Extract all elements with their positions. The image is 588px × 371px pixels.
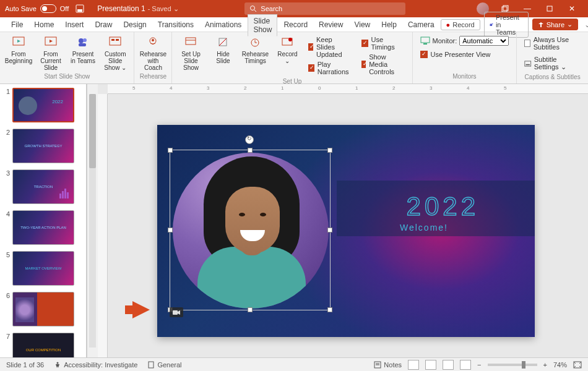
keep-updated-checkbox[interactable]: Keep Slides Updated bbox=[308, 36, 351, 58]
slideshow-view-button[interactable] bbox=[460, 360, 471, 370]
resize-handle-w[interactable] bbox=[168, 228, 173, 232]
svg-line-3 bbox=[254, 10, 256, 12]
resize-handle-nw[interactable] bbox=[168, 148, 173, 153]
doc-icon bbox=[147, 361, 155, 369]
svg-rect-14 bbox=[110, 37, 121, 45]
rotate-handle[interactable] bbox=[245, 135, 254, 144]
thumbnail-7[interactable]: 7OUR COMPETITION bbox=[2, 333, 84, 357]
collapse-ribbon-icon[interactable]: ⌄ bbox=[582, 20, 588, 29]
camera-badge[interactable] bbox=[170, 307, 183, 317]
rehearse-coach-button[interactable]: Rehearse with Coach bbox=[139, 35, 166, 71]
fit-to-window-button[interactable] bbox=[573, 361, 582, 369]
thumbnail-scrollbar[interactable] bbox=[87, 84, 98, 357]
vertical-ruler bbox=[98, 94, 108, 357]
horizontal-ruler: 5 4 3 2 1 0 1 2 3 4 5 bbox=[108, 84, 588, 94]
slide-thumbnails-panel[interactable]: 12022 2GROWTH STRATEGY 3TRACTION 4TWO-YE… bbox=[0, 84, 87, 357]
svg-point-27 bbox=[288, 38, 292, 41]
tab-camera[interactable]: Camera bbox=[403, 19, 439, 31]
reading-view-button[interactable] bbox=[443, 360, 454, 370]
tab-animations[interactable]: Animations bbox=[200, 19, 246, 31]
media-controls-checkbox[interactable]: Show Media Controls bbox=[361, 53, 405, 75]
normal-view-button[interactable] bbox=[408, 360, 419, 370]
custom-show-button[interactable]: Custom Slide Show ⌄ bbox=[102, 35, 129, 71]
slide[interactable]: 2022 Welcome! bbox=[157, 125, 535, 337]
svg-rect-16 bbox=[116, 39, 119, 41]
always-subtitles-checkbox[interactable]: Always Use Subtitles bbox=[524, 36, 581, 51]
camera-feed[interactable] bbox=[173, 153, 329, 309]
person-image bbox=[173, 153, 329, 309]
autosave-toggle[interactable]: Auto Save Off bbox=[5, 4, 69, 13]
record-icon bbox=[280, 35, 295, 49]
thumbnail-2[interactable]: 2GROWTH STRATEGY bbox=[2, 129, 84, 163]
group-captions: Always Use Subtitles Subtitle Settings ⌄… bbox=[517, 32, 588, 83]
accessibility-status[interactable]: Accessibility: Investigate bbox=[54, 361, 137, 369]
year-text[interactable]: 2022 bbox=[407, 192, 479, 221]
zoom-thumb[interactable] bbox=[522, 361, 525, 369]
thumbnail-6[interactable]: 6 bbox=[2, 292, 84, 326]
setup-show-button[interactable]: Set Up Slide Show bbox=[177, 35, 204, 71]
tab-view[interactable]: View bbox=[349, 19, 375, 31]
thumbnail-4[interactable]: 4TWO-YEAR ACTION PLAN bbox=[2, 210, 84, 245]
record-button[interactable]: ●Record bbox=[441, 19, 480, 30]
slide-counter[interactable]: Slide 1 of 36 bbox=[6, 361, 44, 369]
resize-handle-e[interactable] bbox=[327, 228, 332, 232]
sorter-view-button[interactable] bbox=[425, 360, 436, 370]
camera-object-selection[interactable] bbox=[170, 150, 331, 310]
search-placeholder: Search bbox=[261, 5, 282, 12]
tab-file[interactable]: File bbox=[6, 19, 28, 31]
save-icon[interactable] bbox=[75, 4, 85, 14]
present-teams-button[interactable]: Present in Teams bbox=[69, 35, 97, 64]
zoom-percent[interactable]: 74% bbox=[553, 361, 567, 369]
use-timings-checkbox[interactable]: Use Timings bbox=[361, 36, 405, 51]
from-beginning-button[interactable]: From Beginning bbox=[5, 35, 32, 64]
welcome-text[interactable]: Welcome! bbox=[400, 223, 448, 232]
search-input[interactable]: Search bbox=[244, 2, 405, 15]
scrollbar-handle[interactable] bbox=[89, 94, 96, 168]
group-setup: Set Up Slide Show Hide Slide Rehearse Ti… bbox=[172, 32, 412, 83]
monitor-select[interactable]: Automatic bbox=[459, 36, 509, 46]
tab-review[interactable]: Review bbox=[314, 19, 348, 31]
monitor-selector[interactable]: Monitor: Automatic bbox=[420, 36, 509, 46]
tab-help[interactable]: Help bbox=[376, 19, 402, 31]
zoom-in-button[interactable]: + bbox=[543, 361, 547, 369]
ribbon: From Beginning From Current Slide Presen… bbox=[0, 32, 588, 84]
zoom-slider[interactable] bbox=[488, 364, 537, 366]
presenter-view-checkbox[interactable]: Use Presenter View bbox=[420, 51, 509, 58]
play-current-icon bbox=[43, 35, 58, 49]
save-status[interactable]: - Saved ⌄ bbox=[148, 5, 179, 13]
thumbnail-1[interactable]: 12022 bbox=[2, 88, 84, 122]
notes-button[interactable]: Notes bbox=[374, 361, 402, 369]
svg-rect-1 bbox=[77, 9, 82, 12]
autosave-label: Auto Save bbox=[5, 5, 37, 12]
svg-point-8 bbox=[491, 23, 493, 24]
language-status[interactable]: General bbox=[147, 361, 181, 369]
zoom-out-button[interactable]: − bbox=[477, 361, 481, 369]
tab-design[interactable]: Design bbox=[118, 19, 151, 31]
checkbox-icon bbox=[308, 43, 313, 51]
resize-handle-s[interactable] bbox=[248, 307, 253, 312]
resize-handle-se[interactable] bbox=[327, 307, 332, 312]
hide-slide-button[interactable]: Hide Slide bbox=[209, 35, 236, 64]
from-current-button[interactable]: From Current Slide bbox=[37, 35, 64, 71]
tab-insert[interactable]: Insert bbox=[60, 19, 89, 31]
subtitle-settings-button[interactable]: Subtitle Settings ⌄ bbox=[524, 56, 581, 71]
tab-draw[interactable]: Draw bbox=[90, 19, 117, 31]
thumbnail-5[interactable]: 5MARKET OVERVIEW bbox=[2, 251, 84, 286]
share-button[interactable]: Share⌄ bbox=[532, 19, 578, 30]
play-narrations-checkbox[interactable]: Play Narrations bbox=[308, 61, 351, 75]
tab-record[interactable]: Record bbox=[279, 19, 313, 31]
record-dropdown-button[interactable]: Record ⌄ bbox=[274, 35, 301, 64]
document-title[interactable]: Presentation 1 bbox=[97, 4, 145, 13]
thumbnail-3[interactable]: 3TRACTION bbox=[2, 169, 84, 204]
checkbox-icon bbox=[308, 64, 314, 72]
resize-handle-ne[interactable] bbox=[327, 148, 332, 153]
status-bar: Slide 1 of 36 Accessibility: Investigate… bbox=[0, 357, 588, 371]
notes-icon bbox=[374, 361, 381, 369]
rehearse-timings-button[interactable]: Rehearse Timings bbox=[241, 35, 269, 64]
resize-handle-n[interactable] bbox=[248, 148, 253, 153]
tab-home[interactable]: Home bbox=[29, 19, 59, 31]
svg-rect-15 bbox=[111, 39, 115, 41]
autosave-state: Off bbox=[60, 5, 69, 12]
tab-transitions[interactable]: Transitions bbox=[153, 19, 199, 31]
tab-slide-show[interactable]: Slide Show bbox=[248, 14, 277, 36]
